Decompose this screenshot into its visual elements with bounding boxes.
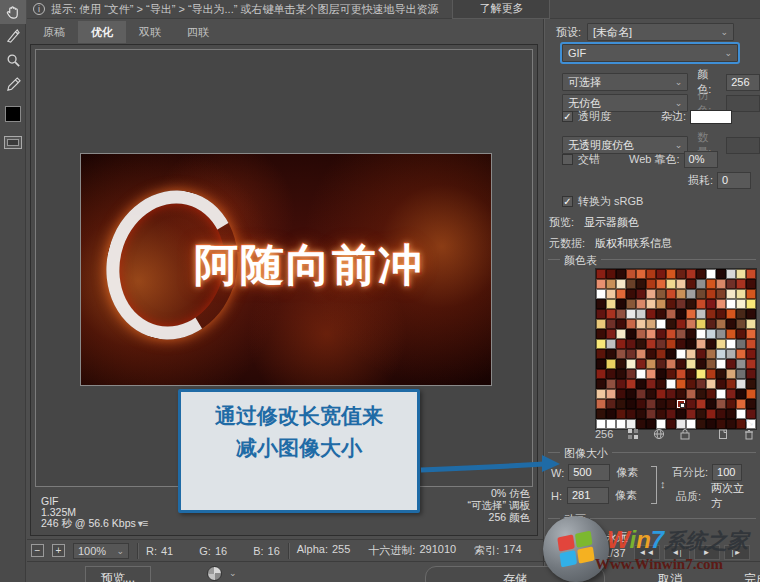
color-swatch[interactable]: [666, 359, 676, 369]
color-swatch[interactable]: [736, 409, 746, 419]
color-swatch[interactable]: [676, 389, 686, 399]
color-swatch[interactable]: [706, 409, 716, 419]
color-swatch[interactable]: [596, 269, 606, 279]
color-swatch[interactable]: [726, 369, 736, 379]
color-swatch[interactable]: [596, 299, 606, 309]
color-swatch[interactable]: [746, 389, 756, 399]
color-swatch[interactable]: [626, 289, 636, 299]
color-swatch[interactable]: [676, 339, 686, 349]
color-swatch[interactable]: [616, 299, 626, 309]
color-swatch[interactable]: [646, 369, 656, 379]
color-swatch[interactable]: [606, 399, 616, 409]
color-swatch[interactable]: [726, 389, 736, 399]
color-swatch[interactable]: [666, 279, 676, 289]
color-swatch[interactable]: [626, 399, 636, 409]
color-swatch[interactable]: [726, 409, 736, 419]
web-shift-icon[interactable]: [653, 428, 665, 440]
color-swatch[interactable]: [676, 279, 686, 289]
color-swatch[interactable]: [636, 399, 646, 409]
color-swatch[interactable]: [606, 269, 616, 279]
eyedropper-tool[interactable]: [0, 72, 26, 96]
color-swatch[interactable]: [696, 299, 706, 309]
color-swatch[interactable]: [666, 299, 676, 309]
color-swatch[interactable]: [606, 349, 616, 359]
color-swatch[interactable]: [666, 389, 676, 399]
color-swatch[interactable]: [736, 329, 746, 339]
color-swatch[interactable]: [676, 379, 686, 389]
color-swatch[interactable]: [726, 299, 736, 309]
color-swatch[interactable]: [686, 279, 696, 289]
loop-dropdown[interactable]: 永远: [600, 528, 700, 546]
color-swatch[interactable]: [716, 359, 726, 369]
color-swatch[interactable]: [746, 359, 756, 369]
color-swatch[interactable]: [636, 289, 646, 299]
color-swatch[interactable]: [606, 409, 616, 419]
color-swatch[interactable]: [726, 309, 736, 319]
color-swatch[interactable]: [746, 279, 756, 289]
color-swatch[interactable]: [746, 319, 756, 329]
color-swatch[interactable]: [706, 379, 716, 389]
color-swatch[interactable]: [656, 279, 666, 289]
color-swatch[interactable]: [746, 349, 756, 359]
color-swatch[interactable]: [616, 409, 626, 419]
color-swatch[interactable]: [716, 389, 726, 399]
color-swatch[interactable]: [736, 269, 746, 279]
new-color-icon[interactable]: [717, 428, 729, 440]
color-swatch[interactable]: [656, 369, 666, 379]
color-swatch[interactable]: [696, 399, 706, 409]
color-swatch[interactable]: [696, 329, 706, 339]
color-swatch[interactable]: [696, 269, 706, 279]
color-swatch[interactable]: [666, 339, 676, 349]
color-swatch[interactable]: [606, 379, 616, 389]
color-swatch[interactable]: [736, 349, 746, 359]
color-swatch[interactable]: [696, 339, 706, 349]
learn-more-button[interactable]: 了解更多: [452, 0, 550, 19]
color-swatch[interactable]: [696, 289, 706, 299]
color-swatch[interactable]: [746, 309, 756, 319]
color-swatch[interactable]: [696, 379, 706, 389]
color-swatch[interactable]: [716, 279, 726, 289]
color-swatch[interactable]: [746, 289, 756, 299]
color-swatch[interactable]: [676, 299, 686, 309]
color-swatch[interactable]: [736, 299, 746, 309]
color-swatch[interactable]: [746, 369, 756, 379]
color-swatch[interactable]: [726, 399, 736, 409]
color-swatch[interactable]: [606, 299, 616, 309]
color-swatch[interactable]: [666, 409, 676, 419]
color-swatch[interactable]: [716, 329, 726, 339]
color-swatch[interactable]: [656, 299, 666, 309]
color-swatch[interactable]: [676, 409, 686, 419]
color-swatch[interactable]: [686, 339, 696, 349]
color-swatch[interactable]: [716, 349, 726, 359]
color-swatch[interactable]: [606, 359, 616, 369]
srgb-checkbox[interactable]: ✓: [562, 196, 573, 207]
color-swatch[interactable]: [616, 329, 626, 339]
color-swatch[interactable]: [616, 279, 626, 289]
color-swatch[interactable]: [736, 309, 746, 319]
color-swatch[interactable]: [706, 299, 716, 309]
color-swatch[interactable]: [716, 289, 726, 299]
color-swatch[interactable]: [676, 359, 686, 369]
optimized-image-preview[interactable]: 阿随向前冲: [80, 153, 492, 386]
color-swatch[interactable]: [636, 359, 646, 369]
color-swatch[interactable]: [696, 349, 706, 359]
width-input[interactable]: 500: [568, 464, 610, 481]
tab-2[interactable]: 双联: [126, 21, 174, 43]
color-swatch[interactable]: [656, 309, 666, 319]
color-swatch[interactable]: [606, 329, 616, 339]
color-swatch[interactable]: [686, 359, 696, 369]
color-swatch[interactable]: [606, 389, 616, 399]
color-swatch[interactable]: [636, 319, 646, 329]
color-swatch[interactable]: [736, 289, 746, 299]
color-swatch[interactable]: [676, 369, 686, 379]
color-swatch[interactable]: [606, 309, 616, 319]
color-swatch[interactable]: [596, 349, 606, 359]
color-swatch[interactable]: [676, 329, 686, 339]
color-swatch[interactable]: [716, 339, 726, 349]
color-swatch[interactable]: [666, 289, 676, 299]
color-swatch[interactable]: [696, 409, 706, 419]
color-swatch[interactable]: [716, 369, 726, 379]
color-swatch[interactable]: [706, 269, 716, 279]
color-swatch[interactable]: [686, 269, 696, 279]
color-swatch[interactable]: [606, 369, 616, 379]
